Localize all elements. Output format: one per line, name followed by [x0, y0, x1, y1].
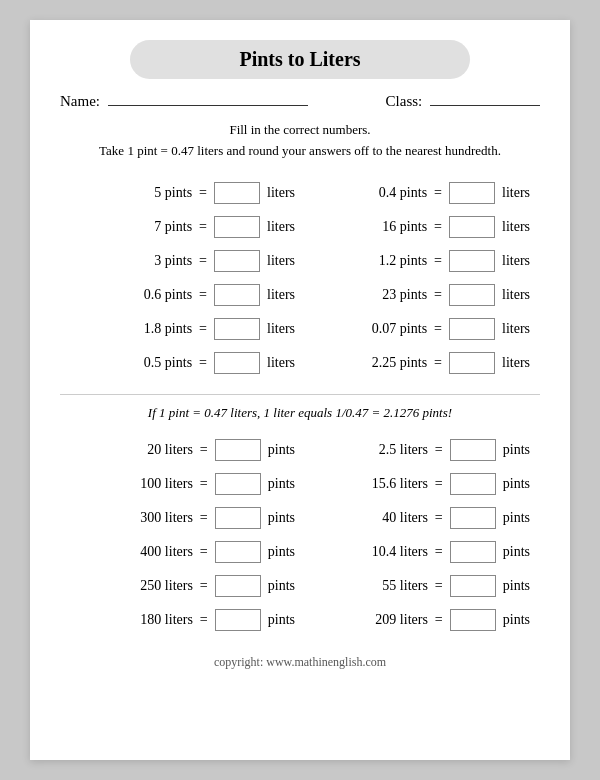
- answer-input[interactable]: [214, 284, 260, 306]
- problem-row: 10.4 liters = pints: [305, 535, 530, 569]
- answer-input[interactable]: [214, 318, 260, 340]
- answer-input[interactable]: [450, 507, 496, 529]
- problem-label: 55 liters: [348, 578, 428, 594]
- problem-label: 180 liters: [113, 612, 193, 628]
- problem-row: 300 liters = pints: [70, 501, 295, 535]
- answer-input[interactable]: [215, 575, 261, 597]
- answer-input[interactable]: [449, 284, 495, 306]
- problem-label: 400 liters: [113, 544, 193, 560]
- problem-row: 250 liters = pints: [70, 569, 295, 603]
- problem-row: 3 pints = liters: [70, 244, 295, 278]
- class-label: Class:: [386, 93, 540, 110]
- problem-row: 0.4 pints = liters: [305, 176, 530, 210]
- problem-row: 1.8 pints = liters: [70, 312, 295, 346]
- answer-input[interactable]: [215, 541, 261, 563]
- problem-row: 0.07 pints = liters: [305, 312, 530, 346]
- problem-row: 2.5 liters = pints: [305, 433, 530, 467]
- answer-input[interactable]: [450, 439, 496, 461]
- mid-instruction: If 1 pint = 0.47 liters, 1 liter equals …: [60, 405, 540, 421]
- divider: [60, 394, 540, 395]
- problem-row: 5 pints = liters: [70, 176, 295, 210]
- problem-label: 20 liters: [113, 442, 193, 458]
- problem-label: 7 pints: [112, 219, 192, 235]
- problem-row: 1.2 pints = liters: [305, 244, 530, 278]
- answer-input[interactable]: [450, 541, 496, 563]
- section2-grid: 20 liters = pints 2.5 liters = pints 100…: [60, 433, 540, 637]
- problem-row: 180 liters = pints: [70, 603, 295, 637]
- problem-row: 15.6 liters = pints: [305, 467, 530, 501]
- problem-label: 2.5 liters: [348, 442, 428, 458]
- problem-row: 0.6 pints = liters: [70, 278, 295, 312]
- answer-input[interactable]: [214, 216, 260, 238]
- problem-row: 2.25 pints = liters: [305, 346, 530, 380]
- problem-label: 15.6 liters: [348, 476, 428, 492]
- problem-label: 209 liters: [348, 612, 428, 628]
- answer-input[interactable]: [214, 250, 260, 272]
- answer-input[interactable]: [450, 473, 496, 495]
- problem-row: 40 liters = pints: [305, 501, 530, 535]
- name-class-row: Name: Class:: [60, 93, 540, 110]
- problem-row: 7 pints = liters: [70, 210, 295, 244]
- answer-input[interactable]: [450, 575, 496, 597]
- problem-row: 0.5 pints = liters: [70, 346, 295, 380]
- answer-input[interactable]: [449, 250, 495, 272]
- answer-input[interactable]: [450, 609, 496, 631]
- answer-input[interactable]: [215, 507, 261, 529]
- answer-input[interactable]: [449, 182, 495, 204]
- problem-label: 0.6 pints: [112, 287, 192, 303]
- problem-row: 209 liters = pints: [305, 603, 530, 637]
- problem-label: 0.5 pints: [112, 355, 192, 371]
- problem-label: 250 liters: [113, 578, 193, 594]
- answer-input[interactable]: [214, 182, 260, 204]
- problem-row: 55 liters = pints: [305, 569, 530, 603]
- name-label: Name:: [60, 93, 308, 110]
- problem-row: 20 liters = pints: [70, 433, 295, 467]
- problem-label: 2.25 pints: [347, 355, 427, 371]
- problem-row: 400 liters = pints: [70, 535, 295, 569]
- copyright-text: copyright: www.mathinenglish.com: [60, 655, 540, 670]
- problem-label: 3 pints: [112, 253, 192, 269]
- problem-label: 23 pints: [347, 287, 427, 303]
- answer-input[interactable]: [449, 318, 495, 340]
- problem-label: 300 liters: [113, 510, 193, 526]
- problem-label: 5 pints: [112, 185, 192, 201]
- problem-label: 40 liters: [348, 510, 428, 526]
- problem-label: 0.07 pints: [347, 321, 427, 337]
- instructions: Fill in the correct numbers. Take 1 pint…: [60, 120, 540, 162]
- section1-grid: 5 pints = liters 0.4 pints = liters 7 pi…: [60, 176, 540, 380]
- answer-input[interactable]: [215, 609, 261, 631]
- problem-row: 16 pints = liters: [305, 210, 530, 244]
- problem-label: 10.4 liters: [348, 544, 428, 560]
- worksheet-title: Pints to Liters: [130, 40, 470, 79]
- problem-label: 1.2 pints: [347, 253, 427, 269]
- answer-input[interactable]: [449, 216, 495, 238]
- problem-label: 1.8 pints: [112, 321, 192, 337]
- worksheet-page: Pints to Liters Name: Class: Fill in the…: [30, 20, 570, 760]
- problem-label: 0.4 pints: [347, 185, 427, 201]
- problem-row: 23 pints = liters: [305, 278, 530, 312]
- problem-label: 16 pints: [347, 219, 427, 235]
- answer-input[interactable]: [449, 352, 495, 374]
- problem-row: 100 liters = pints: [70, 467, 295, 501]
- answer-input[interactable]: [215, 473, 261, 495]
- problem-label: 100 liters: [113, 476, 193, 492]
- answer-input[interactable]: [215, 439, 261, 461]
- answer-input[interactable]: [214, 352, 260, 374]
